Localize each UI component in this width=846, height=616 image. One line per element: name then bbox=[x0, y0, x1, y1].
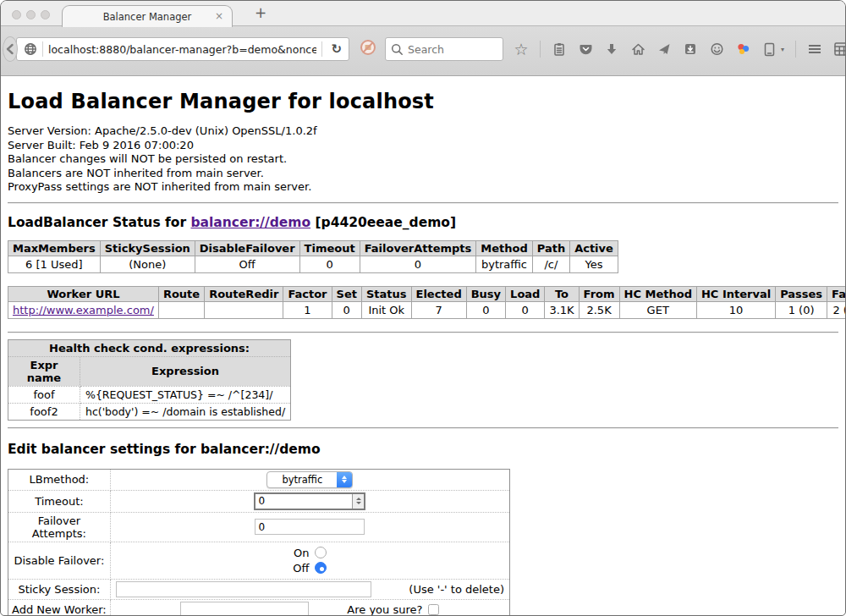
col-factor: Factor bbox=[283, 286, 332, 301]
server-info: Server Version: Apache/2.5.0-dev (Unix) … bbox=[8, 124, 838, 195]
reload-icon[interactable]: ↻ bbox=[327, 41, 345, 57]
close-window-button[interactable] bbox=[12, 10, 21, 19]
form-row-failover-attempts: Failover Attempts: bbox=[8, 512, 510, 542]
cell-failoverattempts: 0 bbox=[360, 256, 476, 272]
tab-balancer-manager[interactable]: Balancer Manager × bbox=[62, 5, 233, 27]
form-row-timeout: Timeout: bbox=[8, 490, 510, 512]
tile-grid-icon[interactable] bbox=[833, 41, 846, 57]
close-tab-icon[interactable]: × bbox=[215, 11, 223, 22]
col-failoverattempts: FailoverAttempts bbox=[360, 240, 476, 256]
search-bar[interactable] bbox=[385, 37, 503, 61]
url-divider bbox=[42, 41, 43, 57]
chat-smiley-icon[interactable] bbox=[709, 41, 724, 57]
tab-title: Balancer Manager bbox=[103, 11, 192, 23]
download-icon[interactable] bbox=[604, 41, 619, 57]
disable-failover-off-radio[interactable] bbox=[315, 562, 327, 574]
col-hc-interval: HC Interval bbox=[696, 286, 775, 301]
save-to-device-icon[interactable] bbox=[683, 41, 698, 57]
add-worker-input[interactable] bbox=[180, 602, 309, 616]
new-tab-button[interactable]: + bbox=[255, 4, 266, 21]
col-hc-method: HC Method bbox=[619, 286, 696, 301]
colored-dots-icon[interactable] bbox=[735, 41, 750, 57]
cell-factor: 1 bbox=[283, 301, 332, 318]
page-title: Load Balancer Manager for localhost bbox=[8, 90, 838, 113]
pocket-icon[interactable] bbox=[578, 41, 593, 57]
col-to: To bbox=[545, 286, 579, 301]
col-path: Path bbox=[532, 240, 569, 256]
notice-line: Balancer changes will NOT be persisted o… bbox=[8, 152, 838, 167]
sticky-session-label: Sticky Session: bbox=[8, 579, 111, 599]
table-row: foof2 hc('body') =~ /domain is establish… bbox=[8, 403, 291, 420]
minimize-window-button[interactable] bbox=[26, 10, 36, 19]
lbmethod-selected-value: bytraffic bbox=[267, 474, 337, 486]
cell-hc-interval: 10 bbox=[696, 301, 775, 318]
failover-attempts-input[interactable] bbox=[255, 519, 365, 535]
globe-icon bbox=[24, 42, 37, 56]
divider bbox=[8, 332, 838, 333]
cell-passes: 1 (0) bbox=[776, 301, 827, 318]
disable-failover-on-radio[interactable] bbox=[315, 547, 327, 558]
navigation-toolbar: ↻ ☆ bbox=[1, 26, 845, 76]
timeout-input[interactable] bbox=[254, 492, 365, 510]
divider bbox=[8, 202, 838, 204]
edit-balancer-form: LBmethod: bytraffic Timeout: bbox=[8, 469, 510, 616]
worker-url-link[interactable]: http://www.example.com/ bbox=[13, 304, 154, 316]
col-expr-name: Expr name bbox=[8, 356, 80, 386]
timeout-value-field[interactable] bbox=[255, 494, 352, 509]
window-controls bbox=[12, 10, 50, 19]
cell-elected: 7 bbox=[411, 301, 466, 318]
col-stickysession: StickySession bbox=[100, 240, 195, 256]
page-content: Load Balancer Manager for localhost Serv… bbox=[1, 90, 845, 616]
menu-icon[interactable] bbox=[807, 41, 822, 57]
cell-route bbox=[158, 301, 204, 318]
search-icon bbox=[391, 43, 404, 56]
lbmethod-select[interactable]: bytraffic bbox=[266, 471, 353, 488]
number-spinner-icon[interactable] bbox=[352, 494, 364, 509]
add-worker-label: Add New Worker: bbox=[8, 599, 111, 616]
toolbar-divider bbox=[795, 41, 796, 58]
are-you-sure-checkbox[interactable] bbox=[428, 604, 439, 615]
cell-routeredir bbox=[205, 301, 283, 318]
divider bbox=[8, 427, 838, 429]
address-input[interactable] bbox=[48, 43, 316, 56]
table-header-row: MaxMembers StickySession DisableFailover… bbox=[8, 240, 618, 256]
col-passes: Passes bbox=[776, 286, 827, 301]
content-blocked-icon[interactable] bbox=[360, 39, 376, 59]
server-built-line: Server Built: Feb 9 2016 07:00:20 bbox=[8, 139, 838, 153]
table-row: foof %{REQUEST_STATUS} =~ /^[234]/ bbox=[8, 386, 291, 403]
clipboard-icon[interactable] bbox=[552, 41, 567, 57]
search-input[interactable] bbox=[408, 43, 492, 56]
back-arrow-icon bbox=[3, 42, 17, 56]
cell-expr-name: foof bbox=[8, 386, 80, 403]
cell-busy: 0 bbox=[466, 301, 505, 318]
home-icon[interactable] bbox=[630, 41, 645, 57]
cell-fails: 2 (0) bbox=[827, 301, 846, 318]
col-routeredir: RouteRedir bbox=[205, 286, 283, 301]
dropdown-caret-icon[interactable]: ▾ bbox=[781, 46, 784, 53]
send-icon[interactable] bbox=[656, 41, 672, 57]
url-bar[interactable]: ↻ bbox=[16, 37, 349, 61]
url-divider bbox=[321, 41, 322, 57]
col-status: Status bbox=[361, 286, 411, 301]
sticky-session-hint: (Use '-' to delete) bbox=[409, 583, 504, 596]
server-version-line: Server Version: Apache/2.5.0-dev (Unix) … bbox=[8, 124, 838, 139]
col-disablefailover: DisableFailover bbox=[195, 240, 299, 256]
zoom-window-button[interactable] bbox=[41, 10, 50, 19]
bookmark-star-icon[interactable]: ☆ bbox=[514, 41, 529, 57]
table-header-row: Expr name Expression bbox=[8, 356, 291, 386]
sticky-session-input[interactable] bbox=[116, 581, 371, 597]
device-panel-icon[interactable] bbox=[761, 41, 777, 57]
col-from: From bbox=[579, 286, 619, 301]
table-row: 6 [1 Used] (None) Off 0 0 bytraffic /c/ … bbox=[8, 256, 618, 272]
table-title-row: Health check cond. expressions: bbox=[8, 339, 291, 356]
cell-active: Yes bbox=[570, 256, 618, 272]
back-button[interactable] bbox=[3, 36, 18, 62]
col-route: Route bbox=[158, 286, 204, 301]
radio-off-label: Off bbox=[293, 562, 309, 575]
col-fails: Fails bbox=[827, 286, 846, 301]
col-busy: Busy bbox=[466, 286, 505, 301]
balancer-demo-link[interactable]: balancer://demo bbox=[190, 215, 310, 230]
radio-on-label: On bbox=[293, 547, 309, 559]
toolbar-icons: ☆ bbox=[514, 41, 846, 58]
cell-disablefailover: Off bbox=[195, 256, 299, 272]
